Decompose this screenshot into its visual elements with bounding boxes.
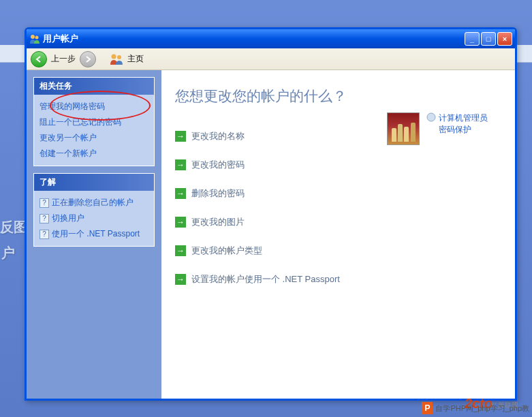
main-content: 您想更改您的帐户的什么？ 计算机管理员 密码保护 →更改我的名称 — [161, 70, 515, 399]
svg-point-4 — [427, 113, 435, 121]
home-label[interactable]: 主页 — [127, 53, 144, 65]
svg-point-2 — [112, 54, 116, 59]
account-picture[interactable] — [387, 112, 420, 145]
action-change-picture[interactable]: →更改我的图片 — [175, 208, 501, 236]
related-tasks-panel: 相关任务 管理我的网络密码 阻止一个已忘记的密码 更改另一个帐户 创建一个新帐户 — [33, 77, 155, 166]
window-title: 用户帐户 — [43, 33, 465, 45]
arrow-icon: → — [175, 159, 186, 170]
arrow-icon: → — [175, 188, 186, 199]
back-button[interactable] — [31, 51, 47, 67]
forward-button[interactable] — [80, 51, 96, 67]
footer-text: 自学PHP网_php学习_php教 — [435, 403, 529, 414]
svg-point-1 — [35, 36, 39, 40]
task-create-new[interactable]: 创建一个新帐户 — [37, 146, 151, 161]
help-icon: ? — [40, 214, 49, 223]
account-type-icon — [426, 112, 436, 122]
bg-text-1: 反图 — [0, 218, 27, 236]
arrow-right-icon — [84, 55, 92, 63]
toolbar: 上一步 主页 — [27, 48, 515, 70]
user-accounts-icon — [29, 33, 40, 44]
action-change-type[interactable]: →更改我的帐户类型 — [175, 236, 501, 265]
user-accounts-window: 用户帐户 _ □ × 上一步 主页 相关任务 管理我的网络密码 — [25, 27, 517, 401]
footer-watermark: P 自学PHP网_php学习_php教 — [422, 402, 529, 414]
page-title: 您想更改您的帐户的什么？ — [175, 87, 501, 106]
action-list: →更改我的名称 →更改我的密码 →删除我的密码 →更改我的图片 →更改我的帐户类… — [175, 122, 501, 294]
maximize-button[interactable]: □ — [481, 32, 496, 46]
related-tasks-header: 相关任务 — [34, 78, 154, 95]
arrow-icon: → — [175, 274, 186, 285]
minimize-button[interactable]: _ — [465, 32, 480, 46]
arrow-icon: → — [175, 131, 186, 142]
task-manage-passwords[interactable]: 管理我的网络密码 — [37, 99, 151, 114]
svg-point-3 — [117, 55, 121, 59]
help-delete-own[interactable]: ?正在删除您自己的帐户 — [37, 195, 151, 211]
home-users-icon — [110, 52, 123, 66]
help-switch-user[interactable]: ?切换用户 — [37, 211, 151, 226]
bg-text-2: 户 — [1, 244, 15, 262]
learn-panel: 了解 ?正在删除您自己的帐户 ?切换用户 ?使用一个 .NET Passport — [33, 173, 155, 247]
close-button[interactable]: × — [497, 32, 512, 46]
learn-header: 了解 — [34, 174, 154, 191]
action-change-password[interactable]: →更改我的密码 — [175, 151, 501, 179]
account-status: 密码保护 — [439, 124, 488, 136]
action-net-passport[interactable]: →设置我的帐户使用一个 .NET Passport — [175, 265, 501, 294]
action-remove-password[interactable]: →删除我的密码 — [175, 179, 501, 208]
help-icon: ? — [40, 230, 49, 239]
arrow-left-icon — [35, 55, 43, 63]
arrow-icon: → — [175, 245, 186, 256]
help-net-passport[interactable]: ?使用一个 .NET Passport — [37, 226, 151, 242]
account-info-box: 计算机管理员 密码保护 — [387, 112, 488, 145]
arrow-icon: → — [175, 217, 186, 228]
sidebar: 相关任务 管理我的网络密码 阻止一个已忘记的密码 更改另一个帐户 创建一个新帐户… — [27, 70, 161, 399]
php-badge-icon: P — [422, 402, 433, 414]
back-label[interactable]: 上一步 — [51, 53, 76, 65]
task-change-another[interactable]: 更改另一个帐户 — [37, 130, 151, 146]
svg-point-0 — [31, 35, 35, 39]
task-prevent-forgotten[interactable]: 阻止一个已忘记的密码 — [37, 114, 151, 130]
account-type: 计算机管理员 — [439, 112, 488, 124]
titlebar[interactable]: 用户帐户 _ □ × — [27, 29, 515, 48]
help-icon: ? — [40, 198, 49, 208]
